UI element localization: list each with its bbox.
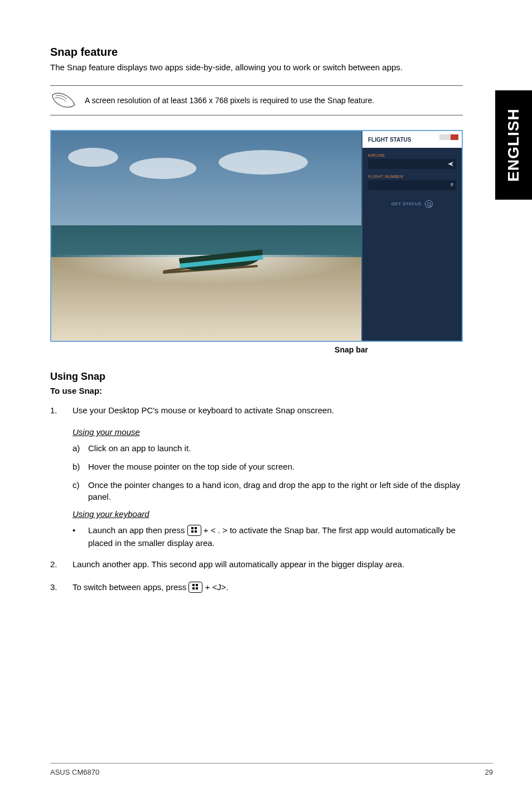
mouse-step-b-text: Hover the mouse pointer on the top side … — [88, 461, 463, 472]
language-side-tab: ENGLISH — [495, 90, 532, 200]
mouse-step-c-text: Once the pointer changes to a hand icon,… — [88, 479, 463, 503]
flight-status-title: FLIGHT STATUS — [368, 137, 411, 143]
step-2: 2. Launch another app. This second app w… — [50, 558, 463, 570]
page-footer: ASUS CM6870 29 — [50, 763, 493, 776]
airline-field-label: AIRLINE — [368, 153, 456, 157]
mouse-step-b: b)Hover the mouse pointer on the top sid… — [72, 461, 463, 472]
airline-input — [368, 159, 456, 169]
windows-key-icon — [187, 525, 201, 536]
get-status-button: GET STATUS — [368, 200, 456, 208]
flight-status-titlebar: FLIGHT STATUS — [362, 131, 462, 148]
step-2-text: Launch another app. This second app will… — [72, 558, 463, 570]
keyboard-bullet: • Launch an app then press + < . > to ac… — [72, 524, 463, 549]
page-content: Snap feature The Snap feature displays t… — [50, 46, 463, 605]
step-3-post: + <J>. — [205, 582, 229, 592]
step-3-pre: To switch between apps, press — [72, 582, 188, 592]
mouse-steps-list: a)Click on an app to launch it. b)Hover … — [72, 442, 463, 503]
screenshot-left-app — [51, 131, 362, 341]
mouse-step-a-text: Click on an app to launch it. — [88, 442, 463, 454]
step-1: 1. Use your Desktop PC's mouse or keyboa… — [50, 404, 463, 416]
flight-number-field-label: FLIGHT NUMBER — [368, 175, 456, 178]
hand-note-icon — [50, 91, 76, 109]
step-3-text: To switch between apps, press + <J>. — [72, 581, 463, 593]
snap-bar-caption: Snap bar — [318, 345, 385, 354]
footer-page-number: 29 — [485, 768, 493, 776]
using-snap-heading: Using Snap — [50, 371, 463, 383]
step-2-number: 2. — [50, 558, 72, 570]
window-controls-icon — [439, 134, 458, 140]
search-icon — [425, 200, 433, 208]
snap-screenshot: FLIGHT STATUS AIRLINE FLIGHT NUMBER # GE… — [50, 130, 463, 342]
to-use-snap-label: To use Snap: — [50, 386, 463, 395]
mouse-step-c: c)Once the pointer changes to a hand ico… — [72, 479, 463, 503]
windows-key-icon — [188, 582, 202, 593]
step-3-number: 3. — [50, 581, 72, 593]
mouse-step-a: a)Click on an app to launch it. — [72, 442, 463, 454]
section-heading-snap-feature: Snap feature — [50, 46, 463, 59]
note-block: A screen resolution of at least 1366 x 7… — [50, 85, 463, 115]
keyboard-bullet-pre: Launch an app then press — [88, 525, 187, 535]
airplane-icon — [447, 161, 454, 167]
flight-number-placeholder: # — [451, 182, 453, 187]
flight-number-input: # — [368, 180, 456, 190]
step-3: 3. To switch between apps, press + <J>. — [50, 581, 463, 593]
screenshot-right-app: FLIGHT STATUS AIRLINE FLIGHT NUMBER # GE… — [362, 131, 462, 341]
using-keyboard-subhead: Using your keyboard — [72, 509, 463, 519]
get-status-label: GET STATUS — [391, 201, 422, 206]
note-text: A screen resolution of at least 1366 x 7… — [85, 96, 374, 105]
step-1-number: 1. — [50, 404, 72, 416]
step-1-text: Use your Desktop PC's mouse or keyboard … — [72, 404, 463, 416]
boat-illustration — [163, 231, 280, 282]
using-mouse-subhead: Using your mouse — [72, 427, 463, 437]
intro-paragraph: The Snap feature displays two apps side-… — [50, 62, 463, 73]
footer-product-name: ASUS CM6870 — [50, 768, 99, 776]
language-side-tab-label: ENGLISH — [505, 108, 523, 181]
